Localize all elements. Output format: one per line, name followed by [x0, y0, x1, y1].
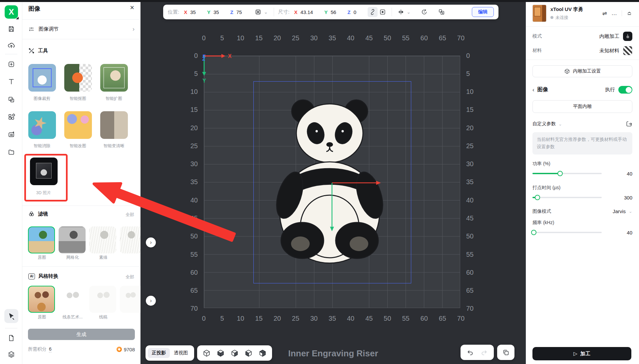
chevron-down-icon[interactable]: ⌄ [629, 209, 632, 214]
switch-device-icon[interactable]: ⇌ [602, 10, 607, 17]
process-button[interactable]: ▷ 加工 [532, 347, 631, 360]
export-params-icon[interactable] [626, 121, 632, 127]
power-slider-knob[interactable] [557, 171, 563, 176]
size-label: 尺寸: [278, 9, 289, 15]
filter-thumb-original[interactable] [28, 226, 55, 253]
shapes-icon[interactable] [7, 96, 15, 104]
tool-thumb-crop[interactable] [28, 64, 56, 92]
frequency-value[interactable]: 40 [627, 230, 632, 235]
style-thumb-linedraft[interactable] [89, 286, 116, 313]
filter-thumb-sketch[interactable] [89, 226, 116, 253]
chevron-down-icon[interactable]: ⌄ [264, 9, 268, 15]
style-thumb-original[interactable] [28, 286, 55, 313]
view-top-icon[interactable] [258, 349, 267, 357]
custom-params-label[interactable]: 自定义参数 [532, 121, 556, 127]
ai-tools-icon[interactable] [7, 131, 15, 139]
tool-3d-label: 3D 照片 [28, 190, 60, 196]
position-z-field[interactable]: Z75 [230, 9, 242, 15]
edit-button[interactable]: 编辑 [472, 7, 494, 17]
apps-grid-icon[interactable] [7, 113, 15, 121]
panel-title: 图像 [28, 5, 40, 13]
tool-thumb-edit[interactable] [64, 111, 92, 139]
lock-ratio-icon[interactable] [368, 7, 378, 17]
close-icon[interactable]: × [130, 4, 134, 11]
material-row[interactable]: 材料 未知材料 [532, 46, 632, 55]
ruler-right: 0510152025303540455055606570 [466, 56, 486, 309]
page-icon[interactable] [7, 334, 15, 342]
filters-all-link[interactable]: 全部 [126, 212, 134, 218]
image-adjust-row[interactable]: 图像调节 › [22, 20, 141, 39]
back-icon[interactable]: ‹ [532, 87, 534, 93]
select-cursor-tool[interactable] [4, 309, 18, 323]
view-back-icon[interactable] [230, 349, 239, 357]
tool-thumb-erase[interactable] [28, 111, 56, 139]
tool-label: 图像裁剪 [26, 96, 58, 102]
layers-icon[interactable] [7, 350, 15, 358]
rail-divider [5, 54, 17, 54]
more-icon[interactable]: … [611, 10, 617, 17]
plane-engrave-button[interactable]: 平面内雕 [532, 100, 632, 113]
bounds-icon[interactable] [378, 7, 388, 17]
chevron-down-icon[interactable]: ⌄ [407, 9, 411, 15]
device-image [532, 5, 546, 22]
filters-next-icon[interactable]: › [146, 237, 156, 247]
position-y-field[interactable]: Y35 [207, 9, 219, 15]
redo-icon[interactable] [480, 349, 487, 356]
style-thumb-lineart[interactable] [59, 286, 86, 313]
image-mode-select[interactable]: Jarvis [613, 208, 626, 214]
dot-time-value[interactable]: 300 [624, 195, 632, 200]
styles-all-link[interactable]: 全部 [126, 274, 134, 280]
tool-thumb-clarify[interactable] [100, 111, 128, 139]
device-header: xTool UV 李勇 未连接 ⇌ … [532, 5, 632, 22]
device-name: xTool UV 李勇 [550, 6, 583, 13]
anchor-point-icon[interactable] [253, 7, 263, 17]
folder-icon[interactable] [7, 148, 15, 156]
tool-thumb-3d-photo[interactable] [30, 158, 58, 185]
collapse-panel-icon[interactable] [626, 10, 632, 16]
size-y-field[interactable]: Y56 [324, 9, 336, 15]
view-left-icon[interactable] [244, 349, 253, 357]
tab-orthographic[interactable]: 正投影 [148, 348, 170, 358]
view-iso-icon[interactable] [202, 349, 211, 357]
flip-horizontal-icon[interactable] [396, 7, 406, 17]
tool-thumb-expand[interactable] [100, 64, 128, 92]
generate-button[interactable]: 生成 [28, 329, 135, 340]
undo-icon[interactable] [467, 349, 474, 356]
position-x-field[interactable]: X35 [184, 9, 196, 15]
mode-row[interactable]: 模式 内雕加工 [532, 32, 632, 41]
size-x-field[interactable]: X43.14 [294, 9, 313, 15]
power-slider[interactable] [532, 173, 602, 174]
style-thumb-partial[interactable] [120, 286, 141, 313]
engrave-settings-button[interactable]: 内雕加工设置 [532, 65, 632, 77]
status-dot-icon [550, 16, 553, 19]
tool-thumb-cutout[interactable] [64, 64, 92, 92]
add-square-icon[interactable] [7, 60, 15, 68]
material-value: 未知材料 [599, 48, 619, 54]
duplicate-button[interactable] [497, 345, 514, 360]
scale-icon[interactable] [437, 7, 447, 17]
execute-label: 执行 [605, 87, 615, 93]
chevron-down-icon[interactable]: ⌄ [558, 122, 562, 127]
frequency-slider-knob[interactable] [531, 230, 536, 235]
save-icon[interactable] [7, 25, 15, 33]
styles-next-icon[interactable]: › [146, 296, 156, 306]
dot-time-slider[interactable] [532, 197, 602, 198]
view-front-icon[interactable] [216, 349, 225, 357]
workspace-canvas[interactable]: 位置: X35 Y35 Z75 ⌄ 尺寸: X43.14 Y56 Z0 ⌄ [141, 0, 526, 364]
rotate-icon[interactable] [419, 7, 429, 17]
credits-balance: 9708 [124, 347, 135, 352]
work-grid[interactable]: X Y Z [204, 56, 460, 308]
execute-toggle[interactable] [618, 86, 632, 94]
filter-thumb-halftone[interactable] [59, 226, 86, 253]
filter-icon [28, 211, 35, 217]
tab-perspective[interactable]: 透视图 [170, 348, 192, 358]
filter-thumb-partial[interactable] [120, 226, 141, 253]
dot-time-slider-knob[interactable] [535, 195, 540, 200]
size-z-field[interactable]: Z0 [348, 9, 357, 15]
panda-image-object[interactable] [272, 93, 391, 264]
xtool-logo[interactable]: X [5, 5, 18, 19]
upload-cloud-icon[interactable] [7, 42, 15, 50]
text-tool-icon[interactable] [7, 78, 15, 86]
power-value[interactable]: 40 [627, 171, 632, 177]
frequency-slider[interactable] [532, 232, 602, 233]
